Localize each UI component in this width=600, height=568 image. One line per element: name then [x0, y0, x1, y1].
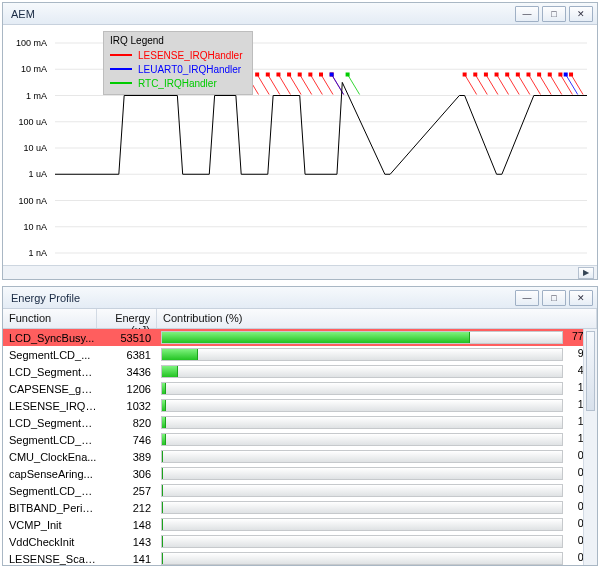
contribution-bar [161, 450, 563, 463]
svg-line-64 [518, 75, 530, 95]
irq-legend: IRQ Legend LESENSE_IRQHandlerLEUART0_IRQ… [103, 31, 253, 95]
scroll-right-button[interactable]: ▶ [578, 267, 594, 279]
cell-function: LESENSE_IRQHa... [3, 400, 97, 412]
cell-energy: 148 [97, 519, 157, 531]
cell-function: LCD_SegmentSet [3, 366, 97, 378]
legend-label: LESENSE_IRQHandler [138, 50, 243, 61]
table-row[interactable]: LCD_SegmentSet34364% [3, 363, 597, 380]
table-row[interactable]: SegmentLCD_A...7461% [3, 431, 597, 448]
table-row[interactable]: CMU_ClockEna...3890% [3, 448, 597, 465]
svg-line-44 [289, 75, 301, 95]
cell-energy: 1206 [97, 383, 157, 395]
contribution-bar [161, 484, 563, 497]
svg-line-50 [321, 75, 333, 95]
cell-energy: 212 [97, 502, 157, 514]
legend-item: LEUART0_IRQHandler [110, 62, 246, 76]
cell-contribution: 1% [157, 382, 597, 395]
y-tick-label: 1 mA [5, 91, 51, 101]
svg-line-40 [268, 75, 280, 95]
col-function[interactable]: Function [3, 309, 97, 328]
svg-line-42 [278, 75, 290, 95]
scrollbar-thumb[interactable] [586, 331, 595, 411]
svg-line-70 [550, 75, 562, 95]
table-row[interactable]: VddCheckInit1430% [3, 533, 597, 550]
contribution-bar [161, 416, 563, 429]
table-row[interactable]: SegmentLCD_N...2570% [3, 482, 597, 499]
cell-contribution: 1% [157, 399, 597, 412]
aem-chart-area[interactable]: IRQ Legend LESENSE_IRQHandlerLEUART0_IRQ… [3, 25, 597, 265]
energy-profile-panel: Energy Profile — □ ✕ Function Energy (uJ… [2, 286, 598, 566]
svg-line-62 [507, 75, 519, 95]
y-tick-label: 1 nA [5, 248, 51, 258]
col-contribution[interactable]: Contribution (%) [157, 309, 597, 328]
table-row[interactable]: LESENSE_IRQHa...10321% [3, 397, 597, 414]
svg-line-82 [348, 75, 360, 95]
cell-function: LESENSE_ScanR... [3, 553, 97, 565]
contribution-bar [161, 552, 563, 565]
contribution-bar [161, 348, 563, 361]
cell-energy: 820 [97, 417, 157, 429]
table-row[interactable]: capSenseAring...3060% [3, 465, 597, 482]
cell-energy: 6381 [97, 349, 157, 361]
aem-horizontal-scrollbar[interactable]: ▶ [3, 265, 597, 279]
legend-item: RTC_IRQHandler [110, 76, 246, 90]
cell-energy: 389 [97, 451, 157, 463]
svg-line-72 [560, 75, 572, 95]
table-row[interactable]: CAPSENSE_getS...12061% [3, 380, 597, 397]
contribution-bar [161, 365, 563, 378]
minimize-button[interactable]: — [515, 290, 539, 306]
maximize-button[interactable]: □ [542, 6, 566, 22]
cell-energy: 141 [97, 553, 157, 565]
contribution-bar [161, 331, 563, 344]
cell-contribution: 4% [157, 365, 597, 378]
cell-function: CMU_ClockEna... [3, 451, 97, 463]
contribution-bar [161, 399, 563, 412]
cell-function: capSenseAring... [3, 468, 97, 480]
contribution-bar [161, 467, 563, 480]
table-row[interactable]: SegmentLCD_...63819% [3, 346, 597, 363]
close-button[interactable]: ✕ [569, 290, 593, 306]
cell-contribution: 1% [157, 416, 597, 429]
y-tick-label: 10 uA [5, 143, 51, 153]
legend-swatch [110, 68, 132, 70]
svg-line-74 [571, 75, 583, 95]
table-row[interactable]: VCMP_Init1480% [3, 516, 597, 533]
table-row[interactable]: LCD_SegmentS...8201% [3, 414, 597, 431]
contribution-bar [161, 535, 563, 548]
cell-contribution: 0% [157, 535, 597, 548]
svg-line-56 [475, 75, 487, 95]
cell-energy: 306 [97, 468, 157, 480]
table-row[interactable]: BITBAND_Perip...2120% [3, 499, 597, 516]
table-row[interactable]: LESENSE_ScanR...1410% [3, 550, 597, 565]
minimize-button[interactable]: — [515, 6, 539, 22]
svg-line-38 [257, 75, 269, 95]
legend-label: RTC_IRQHandler [138, 78, 217, 89]
cell-contribution: 77% [157, 331, 597, 344]
svg-line-54 [465, 75, 477, 95]
aem-panel: AEM — □ ✕ IRQ Legend LESENSE_IRQHandlerL… [2, 2, 598, 280]
energy-profile-title: Energy Profile [11, 292, 80, 304]
aem-title-bar: AEM — □ ✕ [3, 3, 597, 25]
y-tick-label: 100 nA [5, 196, 51, 206]
cell-function: BITBAND_Perip... [3, 502, 97, 514]
contribution-bar [161, 382, 563, 395]
energy-table-body: LCD_SyncBusy...5351077%SegmentLCD_...638… [3, 329, 597, 565]
contribution-bar [161, 433, 563, 446]
legend-item: LESENSE_IRQHandler [110, 48, 246, 62]
y-tick-label: 100 mA [5, 38, 51, 48]
table-row[interactable]: LCD_SyncBusy...5351077% [3, 329, 597, 346]
vertical-scrollbar[interactable] [583, 329, 597, 565]
cell-contribution: 0% [157, 518, 597, 531]
cell-contribution: 9% [157, 348, 597, 361]
contribution-bar [161, 501, 563, 514]
energy-profile-title-bar: Energy Profile — □ ✕ [3, 287, 597, 309]
svg-line-60 [497, 75, 509, 95]
cell-function: SegmentLCD_A... [3, 434, 97, 446]
y-tick-label: 1 uA [5, 169, 51, 179]
close-button[interactable]: ✕ [569, 6, 593, 22]
legend-swatch [110, 82, 132, 84]
cell-contribution: 0% [157, 552, 597, 565]
svg-line-66 [528, 75, 540, 95]
col-energy[interactable]: Energy (uJ) [97, 309, 157, 328]
maximize-button[interactable]: □ [542, 290, 566, 306]
